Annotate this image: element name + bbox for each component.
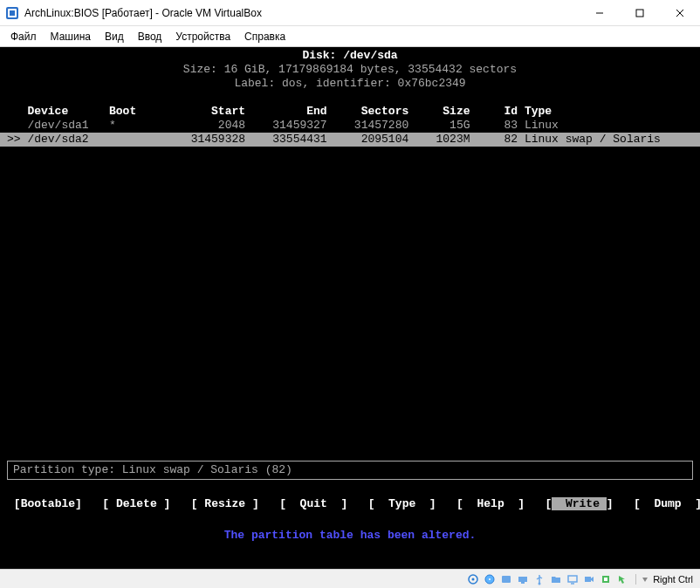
terminal-empty-space [0, 147, 700, 461]
menu-bar: Файл Машина Вид Ввод Устройства Справка [0, 26, 700, 47]
host-key-indicator[interactable]: Right Ctrl [635, 574, 697, 585]
network-icon[interactable] [516, 572, 530, 586]
action-help[interactable]: [ Help ] [456, 497, 525, 510]
action-quit[interactable]: [ Quit ] [279, 497, 347, 510]
shared-folder-icon[interactable] [549, 572, 563, 586]
action-bootable[interactable]: [Bootable] [14, 497, 82, 510]
menu-file[interactable]: Файл [3, 29, 44, 44]
action-dump[interactable]: [ Dump ] [634, 497, 700, 510]
svg-rect-12 [518, 577, 527, 582]
svg-point-14 [539, 582, 541, 585]
action-delete[interactable]: [ Delete ] [102, 497, 170, 510]
svg-rect-17 [585, 577, 591, 582]
svg-rect-4 [636, 10, 643, 17]
menu-machine[interactable]: Машина [44, 29, 98, 44]
maximize-button[interactable] [620, 0, 660, 26]
cpu-icon[interactable] [599, 572, 613, 586]
blank-line [0, 91, 700, 105]
disk-label-line: Label: dos, identifier: 0x76bc2349 [0, 77, 700, 91]
action-buttons-row: [Bootable] [ Delete ] [ Resize ] [ Quit … [0, 494, 700, 515]
display-icon[interactable] [566, 572, 580, 586]
svg-point-8 [472, 578, 475, 580]
action-type[interactable]: [ Type ] [368, 497, 436, 510]
virtualbox-icon [5, 6, 19, 20]
menu-devices[interactable]: Устройства [168, 29, 237, 44]
menu-input[interactable]: Ввод [131, 29, 169, 44]
svg-rect-2 [10, 10, 15, 16]
window-titlebar: ArchLinux:BIOS [Работает] - Oracle VM Vi… [0, 0, 700, 26]
disk-size-line: Size: 16 GiB, 17179869184 bytes, 3355443… [0, 63, 700, 77]
menu-help[interactable]: Справка [237, 29, 292, 44]
status-message: The partition table has been altered. [0, 529, 700, 543]
close-button[interactable] [660, 0, 700, 26]
usb-icon[interactable] [532, 572, 546, 586]
mouse-integration-icon[interactable] [615, 572, 629, 586]
partition-row-1[interactable]: >> /dev/sda2 31459328 33554431 2095104 1… [0, 133, 700, 147]
svg-rect-13 [521, 582, 525, 584]
action-write[interactable]: [ Write ] [546, 497, 614, 510]
svg-rect-11 [502, 576, 511, 583]
status-bar: Right Ctrl [0, 569, 700, 588]
menu-view[interactable]: Вид [98, 29, 131, 44]
terminal-screen[interactable]: Disk: /dev/sda Size: 16 GiB, 17179869184… [0, 47, 700, 569]
audio-icon[interactable] [499, 572, 513, 586]
partition-info-box: Partition type: Linux swap / Solaris (82… [7, 461, 693, 480]
optical-icon[interactable] [483, 572, 497, 586]
hdd-icon[interactable] [466, 572, 480, 586]
svg-point-10 [489, 578, 491, 580]
partition-rows: /dev/sda1 * 2048 31459327 31457280 15G 8… [0, 119, 700, 147]
down-arrow-icon [640, 574, 650, 585]
window-title: ArchLinux:BIOS [Работает] - Oracle VM Vi… [24, 7, 580, 19]
recording-icon[interactable] [582, 572, 596, 586]
action-resize[interactable]: [ Resize ] [191, 497, 259, 510]
host-key-text: Right Ctrl [653, 574, 693, 585]
partition-header-row: Device Boot Start End Sectors Size Id Ty… [0, 105, 700, 119]
svg-rect-15 [568, 576, 577, 582]
svg-rect-19 [604, 578, 607, 581]
partition-row-0[interactable]: /dev/sda1 * 2048 31459327 31457280 15G 8… [0, 119, 700, 133]
minimize-button[interactable] [580, 0, 620, 26]
window-controls [580, 0, 700, 25]
disk-header: Disk: /dev/sda [0, 49, 700, 63]
partition-type-text: Partition type: Linux swap / Solaris (82… [13, 463, 292, 476]
